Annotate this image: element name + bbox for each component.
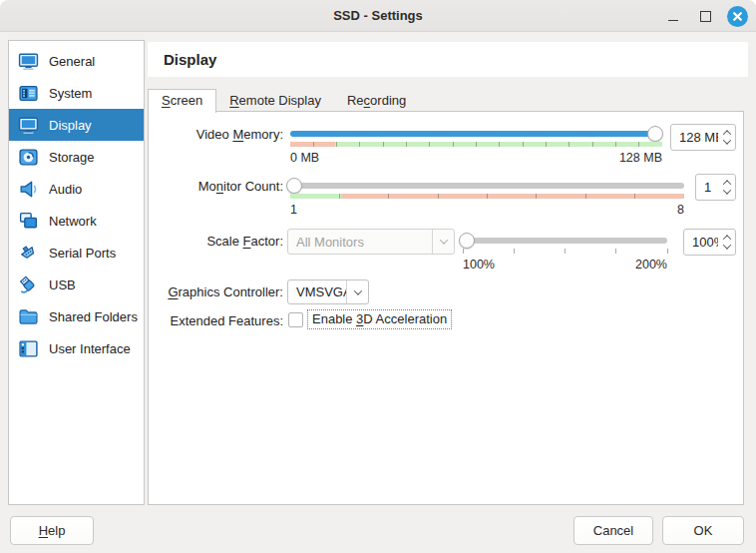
chevron-down-icon [346,280,368,303]
video-memory-slider-handle[interactable] [647,126,663,142]
sidebar-item-shared-folders[interactable]: Shared Folders [9,300,144,332]
system-icon [17,82,39,104]
sidebar-item-display[interactable]: Display [9,109,144,141]
sidebar-item-usb[interactable]: USB [9,269,144,300]
sidebar-item-label: General [49,54,95,69]
minimize-button[interactable] [662,5,684,27]
page-title: Display [164,51,216,68]
sidebar-item-label: System [49,86,92,101]
sidebar-item-label: Network [49,214,97,229]
scale-factor-monitor-select-value: All Monitors [288,235,432,250]
sidebar-item-audio[interactable]: Audio [9,173,144,205]
tab-remote-display[interactable]: Remote Display [216,90,334,113]
video-memory-range-scale [290,142,662,147]
extended-features-label: Extended Features: [149,313,283,328]
graphics-controller-select[interactable]: VMSVGA [287,279,369,304]
sidebar-item-system[interactable]: System [9,77,144,109]
scale-factor-min-label: 100% [463,258,495,272]
scale-factor-slider[interactable] [463,238,667,244]
sidebar-item-label: Storage [49,150,95,165]
titlebar[interactable]: SSD - Settings [0,0,756,32]
serial-ports-icon [17,242,39,264]
window-controls [662,0,748,32]
ok-button[interactable]: OK [662,516,744,545]
enable-3d-acceleration-checkbox-label[interactable]: Enable 3D Acceleration [307,309,452,329]
chevron-down-icon [432,230,454,254]
video-memory-value: 128 MB [671,130,718,145]
sidebar-item-label: Audio [49,182,82,197]
sidebar-item-label: USB [49,277,76,292]
video-memory-max-label: 128 MB [592,151,662,165]
monitor-count-spin-buttons [718,175,735,200]
storage-icon [17,146,39,168]
monitor-count-label: Monitor Count: [149,179,283,194]
sidebar-item-user-interface[interactable]: User Interface [9,332,144,364]
video-memory-label: Video Memory: [149,127,283,142]
sidebar-item-label: User Interface [49,341,131,356]
settings-window: SSD - Settings General [0,0,756,553]
minimize-icon [668,20,678,21]
monitor-count-spinbox[interactable]: 1 [695,174,736,201]
shared-folders-icon [17,305,39,327]
user-interface-icon [17,337,39,359]
screen-tab-panel: Video Memory: 0 MB 128 MB 128 MB Monitor… [148,111,744,505]
scale-factor-ticks [463,249,667,254]
sidebar-item-serial-ports[interactable]: Serial Ports [9,237,144,269]
general-icon [17,50,39,72]
sidebar-item-label: Serial Ports [49,246,116,261]
monitor-count-slider[interactable] [290,183,684,189]
sidebar-item-label: Shared Folders [49,309,138,324]
network-icon [17,210,39,232]
maximize-button[interactable] [694,5,716,27]
enable-3d-acceleration-checkbox[interactable] [288,312,303,327]
maximize-icon [700,11,711,22]
sidebar-item-general[interactable]: General [9,45,144,77]
monitor-count-range-scale [290,194,684,199]
audio-icon [17,178,39,200]
video-memory-spin-buttons [718,125,735,150]
scale-factor-slider-handle[interactable] [459,233,475,249]
tab-screen[interactable]: Screen [148,89,216,113]
graphics-controller-value: VMSVGA [288,284,346,299]
tab-recording[interactable]: Recording [334,90,419,113]
spin-down-icon[interactable] [722,186,730,194]
video-memory-slider[interactable] [290,131,662,137]
usb-icon [17,274,39,295]
spin-down-icon[interactable] [722,241,730,249]
video-memory-min-label: 0 MB [290,151,319,165]
monitor-count-min-label: 1 [290,203,297,217]
close-icon [727,6,748,27]
monitor-count-slider-handle[interactable] [286,178,302,194]
page-header: Display [148,42,748,77]
sidebar-item-storage[interactable]: Storage [9,141,144,173]
window-title: SSD - Settings [0,0,756,32]
close-button[interactable] [726,5,748,27]
help-button[interactable]: Help [10,516,94,545]
display-icon [17,114,39,136]
spin-down-icon[interactable] [722,136,730,144]
scale-factor-spin-buttons [718,230,735,255]
scale-factor-label: Scale Factor: [149,234,283,249]
settings-category-list: General System Display Storage Audio [8,40,145,505]
video-memory-spinbox[interactable]: 128 MB [670,124,736,151]
cancel-button[interactable]: Cancel [573,516,653,545]
scale-factor-value: 100% [684,235,718,250]
sidebar-item-network[interactable]: Network [9,205,144,237]
scale-factor-monitor-select: All Monitors [287,229,455,255]
monitor-count-value: 1 [696,180,718,195]
sidebar-item-label: Display [49,118,92,133]
graphics-controller-label: Graphics Controller: [149,284,283,299]
monitor-count-max-label: 8 [644,203,684,217]
tabbar: Screen Remote Display Recording [148,89,419,112]
scale-factor-max-label: 200% [617,258,667,272]
scale-factor-spinbox[interactable]: 100% [683,229,736,256]
